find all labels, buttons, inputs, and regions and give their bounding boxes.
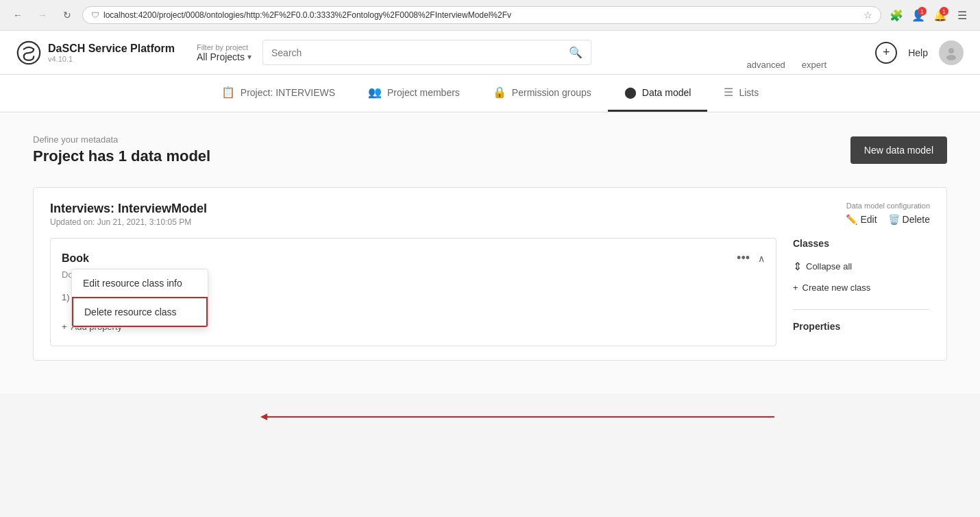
data-model-card: Interviews: InterviewModel Updated on: J… [33, 187, 947, 361]
search-icon: 🔍 [569, 46, 583, 59]
tab-lists[interactable]: ☰ Lists [707, 75, 775, 112]
members-icon: 👥 [368, 86, 382, 99]
collapse-all-button[interactable]: ⇕ Collapse all [793, 257, 930, 276]
address-bar: 🛡 localhost:4200/project/0008/ontologies… [82, 6, 881, 24]
create-class-label: Create new class [803, 282, 871, 293]
security-icon: 🛡 [91, 10, 99, 20]
delete-label: Delete [903, 214, 930, 225]
menu-button[interactable]: ☰ [953, 5, 972, 25]
tab-datamodel[interactable]: ⬤ Data model [608, 75, 708, 112]
classes-section: Classes ⇕ Collapse all + Create new clas… [793, 238, 930, 296]
new-data-model-button[interactable]: New data model [850, 136, 947, 164]
search-input[interactable] [271, 47, 563, 58]
filter-select[interactable]: All Projects ▾ [197, 51, 252, 62]
forward-button[interactable]: → [33, 5, 52, 25]
context-menu: Edit resource class info Delete resource… [71, 269, 208, 328]
app-version: v4.10.1 [48, 55, 175, 63]
tab-permissions[interactable]: 🔒 Permission groups [476, 75, 608, 112]
pencil-icon: ✏️ [846, 214, 857, 225]
extensions-button[interactable]: 🧩 [887, 5, 906, 25]
svg-point-1 [948, 48, 954, 53]
back-button[interactable]: ← [8, 5, 27, 25]
filter-label: Filter by project [197, 43, 252, 51]
tab-project-label: Project: INTERVIEWS [241, 87, 335, 98]
project-title: Project has 1 data model [33, 147, 210, 165]
book-card-actions: ••• ∧ [734, 250, 765, 267]
logo-text-area: DaSCH Service Platform v4.10.1 [48, 43, 175, 63]
book-card-header: Book ••• ∧ [62, 250, 765, 267]
dasch-logo [16, 40, 41, 65]
properties-section-title: Properties [793, 321, 930, 332]
lock-icon: 🔒 [493, 86, 506, 99]
edit-label: Edit [860, 214, 877, 225]
create-class-button[interactable]: + Create new class [793, 280, 930, 296]
collapse-all-icon: ⇕ [793, 260, 802, 273]
filter-value: All Projects [197, 51, 245, 62]
notification-badge-2: 1 [940, 7, 948, 16]
bookmark-icon: ☆ [863, 10, 872, 21]
content-with-sidebar: Book ••• ∧ Document (PDF 1) ▦ Num □ mult… [50, 238, 930, 346]
collapse-button[interactable]: ∧ [758, 253, 765, 264]
delete-resource-class-item[interactable]: Delete resource class [72, 297, 208, 327]
datamodel-icon: ⬤ [624, 86, 637, 99]
main-content: Define your metadata Project has 1 data … [0, 112, 980, 394]
browser-actions: 🧩 👤 1 🔔 1 ☰ [887, 5, 972, 25]
logo-area: DaSCH Service Platform v4.10.1 [16, 40, 175, 65]
sidebar-divider [793, 309, 930, 310]
app-name: DaSCH Service Platform [48, 43, 175, 54]
data-model-header: Define your metadata Project has 1 data … [33, 134, 947, 165]
data-model-updated: Updated on: Jun 21, 2021, 3:10:05 PM [50, 217, 207, 227]
book-title: Book [62, 252, 89, 265]
data-model-card-header: Interviews: InterviewModel Updated on: J… [50, 202, 930, 227]
tab-members-label: Project members [387, 87, 460, 98]
tab-datamodel-label: Data model [642, 87, 691, 98]
create-class-icon: + [793, 282, 798, 293]
profile-icon-1[interactable]: 👤 1 [909, 5, 928, 25]
delete-button[interactable]: 🗑️ Delete [888, 214, 930, 225]
search-mode-advanced[interactable]: advanced [744, 58, 787, 71]
svg-point-2 [946, 55, 956, 60]
tab-members[interactable]: 👥 Project members [352, 75, 476, 112]
header-text-area: Define your metadata Project has 1 data … [33, 134, 210, 165]
reload-button[interactable]: ↻ [58, 5, 77, 25]
property-info: Num □ multiple [111, 291, 765, 311]
trash-icon: 🗑️ [888, 214, 900, 225]
edit-button[interactable]: ✏️ Edit [846, 214, 877, 225]
collapse-all-label: Collapse all [806, 261, 852, 272]
filter-area: Filter by project All Projects ▾ [197, 43, 252, 62]
classes-section-title: Classes [793, 238, 930, 249]
header-right: + Help [875, 40, 964, 65]
search-mode-expert[interactable]: expert [799, 58, 829, 71]
tab-project[interactable]: 📋 Project: INTERVIEWS [205, 75, 352, 112]
edit-resource-class-item[interactable]: Edit resource class info [72, 269, 208, 297]
data-model-info: Interviews: InterviewModel Updated on: J… [50, 202, 207, 227]
notification-badge-1: 1 [918, 7, 927, 16]
tab-permissions-label: Permission groups [512, 87, 591, 98]
search-bar[interactable]: 🔍 [262, 40, 591, 65]
data-model-name: Interviews: InterviewModel [50, 202, 207, 216]
book-card: Book ••• ∧ Document (PDF 1) ▦ Num □ mult… [50, 238, 776, 346]
more-options-button[interactable]: ••• [734, 250, 752, 267]
add-button[interactable]: + [875, 42, 897, 64]
profile-icon-2[interactable]: 🔔 1 [931, 5, 950, 25]
property-name: Num [111, 291, 765, 301]
help-button[interactable]: Help [908, 47, 928, 58]
project-icon: 📋 [221, 86, 235, 99]
config-actions: ✏️ Edit 🗑️ Delete [846, 214, 930, 225]
url-text: localhost:4200/project/0008/ontologies/h… [103, 10, 859, 20]
config-label: Data model configuration [846, 202, 930, 210]
data-model-config: Data model configuration ✏️ Edit 🗑️ Dele… [846, 202, 930, 225]
chevron-down-icon: ▾ [247, 52, 252, 62]
tab-lists-label: Lists [739, 87, 759, 98]
classes-area: Book ••• ∧ Document (PDF 1) ▦ Num □ mult… [50, 238, 776, 346]
property-meta: □ multiple [111, 301, 765, 311]
app-header: DaSCH Service Platform v4.10.1 Filter by… [0, 31, 980, 75]
browser-chrome: ← → ↻ 🛡 localhost:4200/project/0008/onto… [0, 0, 980, 31]
nav-tabs: 📋 Project: INTERVIEWS 👥 Project members … [0, 75, 980, 112]
plus-icon: + [62, 322, 67, 332]
properties-section: Properties [793, 321, 930, 332]
lists-icon: ☰ [724, 86, 733, 99]
define-label: Define your metadata [33, 134, 210, 145]
sidebar: Classes ⇕ Collapse all + Create new clas… [793, 238, 930, 346]
avatar[interactable] [939, 40, 964, 65]
